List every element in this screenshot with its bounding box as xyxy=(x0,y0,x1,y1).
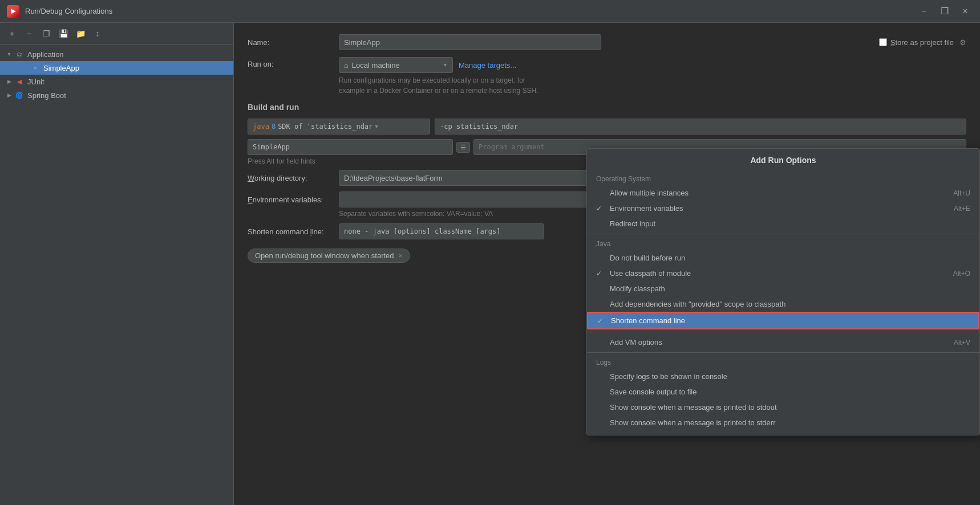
run-on-dropdown[interactable]: ⌂ Local machine ▼ xyxy=(339,57,453,73)
env-vars-shortcut: Alt+E xyxy=(954,205,970,213)
store-checkbox[interactable] xyxy=(879,38,887,46)
redirect-input-label: Redirect input xyxy=(610,219,655,228)
logs-console-label: Specify logs to be shown in console xyxy=(610,372,727,381)
copy-config-button[interactable]: ❐ xyxy=(39,26,54,41)
springboot-icon: 🌀 xyxy=(15,91,24,100)
save-config-button[interactable]: 💾 xyxy=(56,26,71,41)
show-stdout-label: Show console when a message is printed t… xyxy=(610,403,777,412)
add-vm-shortcut: Alt+V xyxy=(954,339,970,347)
content-area: Name: Store as project file ⚙ Run on: ⌂ … xyxy=(234,23,980,505)
add-run-options-panel: Add Run Options Operating System Allow m… xyxy=(586,148,980,435)
run-on-label: Run on: xyxy=(248,57,339,68)
run-hint-text: Run configurations may be executed local… xyxy=(339,75,966,96)
add-config-button[interactable]: + xyxy=(5,26,19,41)
shorten-cmd-label: Shorten command line xyxy=(611,316,685,325)
show-stderr-label: Show console when a message is printed t… xyxy=(610,418,776,427)
save-console-item[interactable]: Save console output to file xyxy=(587,384,979,400)
sidebar-toolbar: + − ❐ 💾 📁 ↕ xyxy=(0,23,233,45)
save-console-label: Save console output to file xyxy=(610,388,697,396)
springboot-label: Spring Boot xyxy=(27,91,66,100)
add-deps-label: Add dependencies with "provided" scope t… xyxy=(610,300,785,308)
env-label: Environment variables: xyxy=(248,196,339,204)
manage-targets-link[interactable]: Manage targets... xyxy=(459,61,516,70)
junit-icon: ◀ xyxy=(15,77,24,86)
java-section-label: Java xyxy=(587,237,979,250)
divider-3 xyxy=(587,352,979,353)
store-gear-icon[interactable]: ⚙ xyxy=(959,38,966,47)
allow-multiple-label: Allow multiple instances xyxy=(610,189,689,197)
build-and-run-title: Build and run xyxy=(248,103,966,112)
shorten-input[interactable] xyxy=(339,223,544,239)
application-icon: 🗂 xyxy=(15,50,24,59)
run-on-row: Run on: ⌂ Local machine ▼ Manage targets… xyxy=(248,57,966,96)
shorten-label: Shorten command line: xyxy=(248,227,339,236)
shorten-cmd-check: ✓ xyxy=(597,317,606,325)
logs-console-item[interactable]: Specify logs to be shown in console xyxy=(587,369,979,384)
env-vars-check: ✓ xyxy=(596,205,605,213)
use-classpath-item[interactable]: ✓ Use classpath of module Alt+O xyxy=(587,266,979,281)
sdk-arrow-icon: ▼ xyxy=(375,124,378,129)
junit-label: JUnit xyxy=(27,78,44,86)
use-classpath-shortcut: Alt+O xyxy=(953,270,970,278)
main-layout: + − ❐ 💾 📁 ↕ ▼ 🗂 Application ■ SimpleApp … xyxy=(0,23,980,505)
minimize-button[interactable]: − xyxy=(916,3,932,19)
expand-arrow-springboot: ▶ xyxy=(5,91,14,100)
chip-close-button[interactable]: × xyxy=(399,252,403,260)
sort-config-button[interactable]: ↕ xyxy=(90,26,105,41)
expand-arrow-simpleapp xyxy=(21,63,30,72)
use-classpath-label: Use classpath of module xyxy=(610,269,691,278)
application-label: Application xyxy=(27,50,64,59)
run-on-content: ⌂ Local machine ▼ Manage targets... Run … xyxy=(339,57,966,96)
window-controls: − ❐ × xyxy=(916,3,973,19)
show-stderr-item[interactable]: Show console when a message is printed t… xyxy=(587,415,979,430)
expand-arrow-junit: ▶ xyxy=(5,77,14,86)
env-vars-label: Environment variables xyxy=(610,204,683,213)
no-build-label: Do not build before run xyxy=(610,254,685,262)
name-label: Name: xyxy=(248,38,339,47)
modify-classpath-label: Modify classpath xyxy=(610,284,665,293)
maximize-button[interactable]: ❐ xyxy=(937,3,953,19)
main-class-input[interactable] xyxy=(248,139,453,155)
java-version-dropdown[interactable]: java 8 SDK of 'statistics_ndar ▼ xyxy=(248,119,430,135)
java-version-number: 8 xyxy=(272,123,276,131)
open-tool-window-chip: Open run/debug tool window when started … xyxy=(248,249,410,263)
name-input[interactable] xyxy=(339,34,601,50)
sidebar-item-springboot[interactable]: ▶ 🌀 Spring Boot xyxy=(0,88,233,102)
cp-label: -cp statistics_ndar xyxy=(440,123,518,131)
java-sdk-row: java 8 SDK of 'statistics_ndar ▼ -cp sta… xyxy=(248,119,966,135)
cp-dropdown[interactable]: -cp statistics_ndar xyxy=(435,119,966,135)
run-on-select-row: ⌂ Local machine ▼ Manage targets... xyxy=(339,57,966,73)
panel-title: Add Run Options xyxy=(587,156,979,165)
os-section-label: Operating System xyxy=(587,172,979,185)
divider-2 xyxy=(587,332,979,332)
chip-label: Open run/debug tool window when started xyxy=(255,251,394,260)
add-deps-item[interactable]: Add dependencies with "provided" scope t… xyxy=(587,296,979,312)
modify-classpath-item[interactable]: Modify classpath xyxy=(587,281,979,296)
shorten-cmd-item[interactable]: ✓ Shorten command line xyxy=(587,312,979,329)
sidebar-item-application[interactable]: ▼ 🗂 Application xyxy=(0,47,233,61)
browse-class-button[interactable]: ☰ xyxy=(456,142,470,153)
close-button[interactable]: × xyxy=(957,3,973,19)
logs-section-label: Logs xyxy=(587,355,979,369)
simpleapp-label: SimpleApp xyxy=(43,64,79,72)
allow-multiple-shortcut: Alt+U xyxy=(953,189,970,197)
no-build-item[interactable]: Do not build before run xyxy=(587,250,979,266)
expand-arrow-application: ▼ xyxy=(5,50,14,59)
name-row: Name: Store as project file ⚙ xyxy=(248,34,966,50)
app-logo: ▶ xyxy=(7,5,19,18)
folder-config-button[interactable]: 📁 xyxy=(73,26,88,41)
house-icon: ⌂ xyxy=(344,61,349,70)
sidebar-item-junit[interactable]: ▶ ◀ JUnit xyxy=(0,75,233,88)
title-bar: ▶ Run/Debug Configurations − ❐ × xyxy=(0,0,980,23)
redirect-input-item[interactable]: Redirect input xyxy=(587,216,979,231)
env-vars-item[interactable]: ✓ Environment variables Alt+E xyxy=(587,201,979,216)
store-label: Store as project file xyxy=(890,38,954,47)
allow-multiple-item[interactable]: Allow multiple instances Alt+U xyxy=(587,185,979,201)
add-vm-item[interactable]: Add VM options Alt+V xyxy=(587,335,979,350)
dropdown-arrow-icon: ▼ xyxy=(443,62,448,68)
sidebar-item-simpleapp[interactable]: ■ SimpleApp xyxy=(0,61,233,75)
remove-config-button[interactable]: − xyxy=(22,26,37,41)
divider-1 xyxy=(587,234,979,234)
show-stdout-item[interactable]: Show console when a message is printed t… xyxy=(587,400,979,415)
add-vm-label: Add VM options xyxy=(610,338,662,347)
